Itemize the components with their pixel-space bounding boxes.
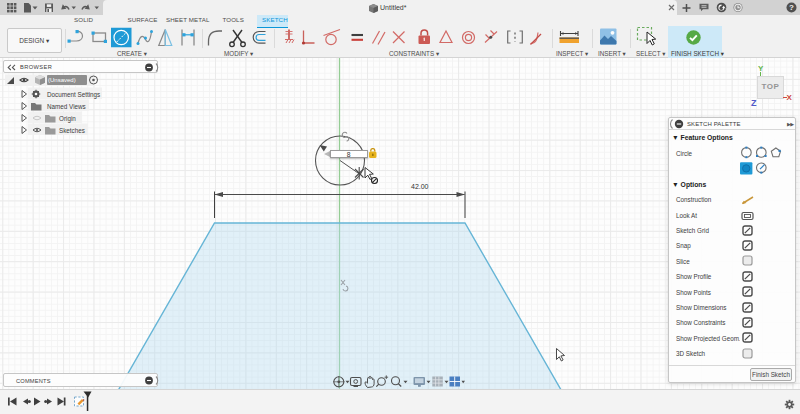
svg-text:?: ? — [789, 3, 794, 12]
